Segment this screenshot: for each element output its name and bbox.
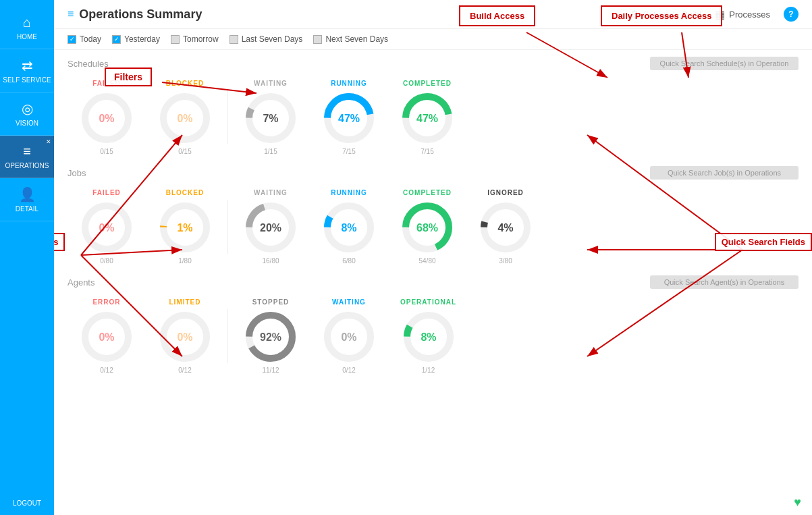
agents-header: Agents Quick Search Agent(s) in Operatio…	[67, 275, 799, 289]
sidebar-item-vision[interactable]: ◎ VISION	[0, 92, 54, 136]
filter-yesterday[interactable]: Yesterday	[112, 34, 160, 44]
svg-text:0%: 0%	[99, 113, 114, 124]
agents-error[interactable]: ERROR 0% 0/12	[67, 294, 146, 378]
filter-today[interactable]: Today	[67, 34, 101, 44]
schedules-donuts: FAILED 0% 0/15 BLOCKED 0% 0/15	[67, 76, 799, 159]
svg-text:8%: 8%	[341, 222, 356, 234]
schedules-waiting-chart: 7%	[244, 91, 298, 145]
jobs-failed[interactable]: FAILED 0% 0/80	[67, 185, 146, 269]
processes-icon: ▦	[715, 8, 725, 21]
svg-text:8%: 8%	[421, 331, 436, 343]
schedules-completed-chart: 47%	[400, 91, 454, 145]
svg-text:0%: 0%	[99, 222, 114, 234]
schedules-header: Schedules Quick Search Schedule(s) in Op…	[67, 57, 799, 70]
tomorrow-checkbox[interactable]	[171, 35, 180, 44]
svg-text:92%: 92%	[260, 331, 281, 343]
agents-section: Agents Quick Search Agent(s) in Operatio…	[67, 275, 799, 378]
agents-limited-chart: 0%	[158, 310, 212, 364]
today-checkbox[interactable]	[67, 35, 76, 44]
header-actions: ⚙ Schedule Build ▦ Processes ?	[630, 7, 799, 22]
sidebar-item-logout[interactable]: LOGOUT	[0, 491, 54, 515]
jobs-blocked[interactable]: BLOCKED 1% 1/80	[146, 185, 224, 269]
sidebar: ⌂ HOME ⇄ SELF SERVICE ◎ VISION ✕ ≡ OPERA…	[0, 0, 54, 515]
sidebar-item-detail[interactable]: 👤 DETAIL	[0, 178, 54, 221]
svg-text:0%: 0%	[177, 331, 192, 343]
agents-waiting[interactable]: WAITING 0% 0/12	[310, 294, 388, 378]
sidebar-label-selfservice: SELF SERVICE	[3, 76, 51, 84]
agents-error-chart: 0%	[80, 310, 134, 364]
schedules-completed[interactable]: COMPLETED 47% 7/15	[388, 76, 466, 159]
dashboard-content: Schedules Quick Search Schedule(s) in Op…	[54, 50, 812, 504]
menu-icon[interactable]: ≡	[67, 8, 74, 20]
schedules-running[interactable]: RUNNING 47% 7/15	[310, 76, 388, 159]
schedules-blocked[interactable]: BLOCKED 0% 0/15	[146, 76, 224, 159]
jobs-running[interactable]: RUNNING 8% 6/80	[310, 185, 388, 269]
agents-waiting-chart: 0%	[322, 310, 376, 364]
next-seven-checkbox[interactable]	[313, 35, 322, 44]
last-seven-checkbox[interactable]	[229, 35, 238, 44]
jobs-waiting-chart: 20%	[244, 200, 298, 254]
svg-text:1%: 1%	[177, 222, 192, 234]
sidebar-label-operations: OPERATIONS	[5, 162, 49, 169]
jobs-blocked-chart: 1%	[158, 200, 212, 254]
jobs-waiting[interactable]: WAITING 20% 16/80	[232, 185, 310, 269]
svg-text:20%: 20%	[260, 222, 281, 234]
filter-next-seven[interactable]: Next Seven Days	[313, 34, 388, 44]
filter-tomorrow[interactable]: Tomorrow	[171, 34, 219, 44]
agents-stopped-chart: 92%	[244, 310, 298, 364]
vision-icon: ◎	[22, 101, 33, 117]
sidebar-label-home: HOME	[17, 33, 37, 40]
jobs-completed[interactable]: COMPLETED 68% 54/80	[388, 185, 466, 269]
sidebar-label-detail: DETAIL	[16, 205, 38, 213]
schedules-blocked-chart: 0%	[158, 91, 212, 145]
schedules-quick-search[interactable]: Quick Search Schedule(s) in Operation	[650, 57, 799, 70]
schedules-waiting[interactable]: WAITING 7% 1/15	[232, 76, 310, 159]
jobs-quick-search[interactable]: Quick Search Job(s) in Operations	[650, 166, 799, 180]
schedule-build-icon: ⚙	[630, 8, 639, 21]
selfservice-icon: ⇄	[22, 57, 33, 74]
page-title: ≡ Operations Summary	[67, 7, 202, 22]
close-operations-icon[interactable]: ✕	[46, 138, 51, 145]
schedule-build-button[interactable]: ⚙ Schedule Build	[630, 8, 702, 21]
sidebar-label-vision: VISION	[16, 119, 38, 127]
agents-donuts: ERROR 0% 0/12 LIMITED 0% 0/12	[67, 294, 799, 378]
divider2	[227, 200, 228, 254]
processes-button[interactable]: ▦ Processes	[715, 8, 770, 21]
divider3	[227, 309, 228, 363]
yesterday-checkbox[interactable]	[112, 35, 121, 44]
jobs-label: Jobs	[67, 168, 86, 178]
sidebar-item-operations[interactable]: ✕ ≡ OPERATIONS	[0, 136, 54, 178]
jobs-ignored[interactable]: IGNORED 4% 3/80	[466, 185, 545, 269]
jobs-ignored-chart: 4%	[479, 200, 533, 254]
svg-text:7%: 7%	[263, 113, 278, 124]
agents-stopped[interactable]: STOPPED 92% 11/12	[232, 294, 310, 378]
agents-quick-search[interactable]: Quick Search Agent(s) in Operations	[650, 275, 799, 289]
schedules-failed[interactable]: FAILED 0% 0/15	[67, 76, 146, 159]
home-icon: ⌂	[23, 15, 31, 30]
jobs-running-chart: 8%	[322, 200, 376, 254]
main-content: ≡ Operations Summary ⚙ Schedule Build ▦ …	[54, 0, 812, 515]
jobs-section: Jobs Quick Search Job(s) in Operations F…	[67, 166, 799, 269]
sidebar-label-logout: LOGOUT	[13, 499, 41, 507]
header: ≡ Operations Summary ⚙ Schedule Build ▦ …	[54, 0, 812, 29]
sidebar-item-home[interactable]: ⌂ HOME	[0, 7, 54, 49]
svg-text:4%: 4%	[497, 222, 513, 234]
jobs-header: Jobs Quick Search Job(s) in Operations	[67, 166, 799, 180]
detail-icon: 👤	[19, 186, 36, 202]
jobs-failed-chart: 0%	[80, 200, 134, 254]
agents-limited[interactable]: LIMITED 0% 0/12	[146, 294, 224, 378]
jobs-completed-chart: 68%	[400, 200, 454, 254]
svg-text:0%: 0%	[99, 331, 114, 343]
help-button[interactable]: ?	[784, 7, 799, 22]
schedules-section: Schedules Quick Search Schedule(s) in Op…	[67, 57, 799, 159]
footer-heart: ♥	[794, 495, 801, 510]
sidebar-item-selfservice[interactable]: ⇄ SELF SERVICE	[0, 49, 54, 92]
svg-text:47%: 47%	[338, 113, 360, 124]
agents-operational[interactable]: OPERATIONAL 8% 1/12	[388, 294, 468, 378]
filter-last-seven[interactable]: Last Seven Days	[229, 34, 303, 44]
operations-icon: ≡	[23, 144, 31, 159]
agents-operational-chart: 8%	[402, 310, 456, 364]
schedules-label: Schedules	[67, 59, 109, 69]
schedules-running-chart: 47%	[322, 91, 376, 145]
svg-text:0%: 0%	[177, 113, 192, 124]
